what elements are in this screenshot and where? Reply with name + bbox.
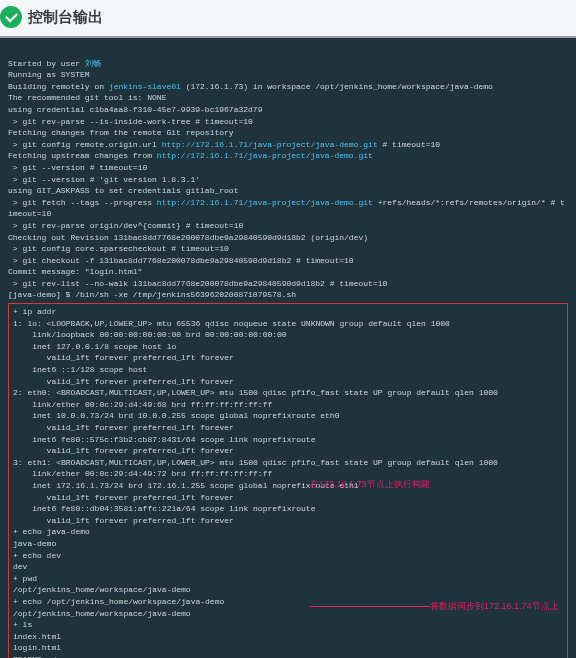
line: inet 172.16.1.73/24 brd 172.16.1.255 sco… <box>13 481 359 490</box>
line: 2: eth0: <BROADCAST,MULTICAST,UP,LOWER_U… <box>13 388 498 397</box>
line: valid_lft forever preferred_lft forever <box>13 377 234 386</box>
line: + echo java-demo <box>13 527 90 536</box>
success-icon <box>0 6 22 28</box>
line: + ls <box>13 620 32 629</box>
line: valid_lft forever preferred_lft forever <box>13 493 234 502</box>
slave-link[interactable]: jenkins-slave01 <box>109 82 181 91</box>
repo-url-link[interactable]: http://172.16.1.71/java-project/java-dem… <box>162 140 378 149</box>
line: Fetching upstream changes from http://17… <box>8 151 373 160</box>
line: > git --version # timeout=10 <box>8 163 147 172</box>
line: > git fetch --tags --progress http://172… <box>8 198 565 219</box>
line: Checking out Revision 131bac8dd7768e2000… <box>8 233 368 242</box>
line: valid_lft forever preferred_lft forever <box>13 423 234 432</box>
line: inet 127.0.0.1/8 scope host lo <box>13 342 176 351</box>
line: 1: lo: <LOOPBACK,UP,LOWER_UP> mtu 65536 … <box>13 319 450 328</box>
line: java-demo <box>13 539 56 548</box>
line: link/ether 00:0c:29:d4:49:72 brd ff:ff:f… <box>13 469 272 478</box>
line: /opt/jenkins_home/workspace/java-demo <box>13 609 191 618</box>
line: Started by user 刘畅 <box>8 59 101 68</box>
line: using credential c1ba4aa8-f310-45e7-9939… <box>8 105 262 114</box>
line: Building remotely on jenkins-slave01 (17… <box>8 82 493 91</box>
console-output: Started by user 刘畅 Running as SYSTEM Bui… <box>0 38 576 658</box>
line: [java-demo] $ /bin/sh -xe /tmp/jenkins56… <box>8 290 296 299</box>
line: > git config remote.origin.url http://17… <box>8 140 440 149</box>
line: inet6 ::1/128 scope host <box>13 365 147 374</box>
line: > git rev-parse --is-inside-work-tree # … <box>8 117 253 126</box>
line: valid_lft forever preferred_lft forever <box>13 516 234 525</box>
line: dev <box>13 562 27 571</box>
line: link/ether 00:0c:29:d4:49:68 brd ff:ff:f… <box>13 400 272 409</box>
annotation-sync-node: 将数据同步到172.16.1.74节点上 <box>430 600 559 613</box>
repo-url-link[interactable]: http://172.16.1.71/java-project/java-dem… <box>157 198 373 207</box>
line: /opt/jenkins_home/workspace/java-demo <box>13 585 191 594</box>
annotation-build-node: 在172.16.1.73节点上执行构建 <box>310 478 430 491</box>
line: The recommended git tool is: NONE <box>8 93 166 102</box>
line: valid_lft forever preferred_lft forever <box>13 446 234 455</box>
line: inet6 fe80::575c:f3b2:cb87:8431/64 scope… <box>13 435 315 444</box>
line: login.html <box>13 643 61 652</box>
line: Fetching changes from the remote Git rep… <box>8 128 234 137</box>
repo-url-link[interactable]: http://172.16.1.71/java-project/java-dem… <box>157 151 373 160</box>
line: index.html <box>13 632 61 641</box>
line: link/loopback 00:00:00:00:00:00 brd 00:0… <box>13 330 287 339</box>
annotation-line-icon <box>310 606 430 607</box>
line: 3: eth1: <BROADCAST,MULTICAST,UP,LOWER_U… <box>13 458 498 467</box>
line: > git rev-list --no-walk 131bac8dd7768e2… <box>8 279 387 288</box>
line: inet6 fe80::db04:3581:affc:221a/64 scope… <box>13 504 315 513</box>
line: Running as SYSTEM <box>8 70 90 79</box>
page-title: 控制台输出 <box>28 8 103 27</box>
user-link[interactable]: 刘畅 <box>85 59 101 68</box>
line: > git rev-parse origin/dev^{commit} # ti… <box>8 221 243 230</box>
line: inet 10.0.0.73/24 brd 10.0.0.255 scope g… <box>13 411 339 420</box>
line: Commit message: "login.html" <box>8 267 142 276</box>
line: using GIT_ASKPASS to set credentials git… <box>8 186 238 195</box>
line: + pwd <box>13 574 37 583</box>
line: + echo /opt/jenkins_home/workspace/java-… <box>13 597 224 606</box>
line: > git --version # 'git version 1.8.3.1' <box>8 175 200 184</box>
line: > git checkout -f 131bac8dd7768e200078db… <box>8 256 354 265</box>
line: + ip addr <box>13 307 56 316</box>
line: + echo dev <box>13 551 61 560</box>
console-header: 控制台输出 <box>0 0 576 38</box>
line: valid_lft forever preferred_lft forever <box>13 353 234 362</box>
line: > git config core.sparsecheckout # timeo… <box>8 244 229 253</box>
